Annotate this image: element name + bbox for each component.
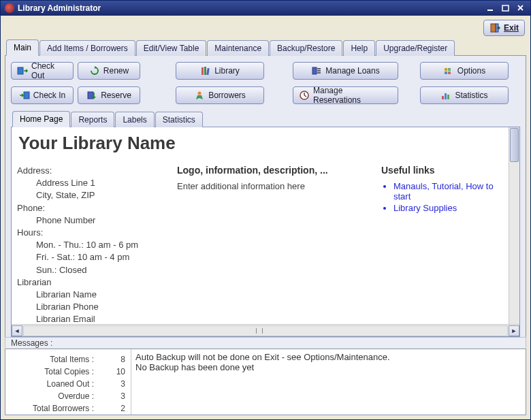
library-button[interactable]: Library xyxy=(176,62,264,80)
renew-label: Renew xyxy=(103,66,129,76)
svg-rect-9 xyxy=(445,68,447,71)
clock-icon xyxy=(299,90,310,101)
svg-rect-17 xyxy=(442,96,444,99)
subtab-reports[interactable]: Reports xyxy=(71,112,114,127)
svg-rect-18 xyxy=(445,93,447,99)
address-line1: Address Line 1 xyxy=(17,177,163,189)
borrowers-label: Borrowers xyxy=(208,91,246,100)
vertical-scrollbar[interactable] xyxy=(509,127,519,324)
loaned-out-value: 3 xyxy=(98,378,125,390)
hours-1: Mon. - Thu.: 10 am - 6 pm xyxy=(17,239,163,251)
address-label: Address: xyxy=(17,165,163,177)
svg-rect-1 xyxy=(502,5,509,11)
exit-label: Exit xyxy=(504,23,519,33)
tab-upgrade-register[interactable]: Upgrade/Register xyxy=(376,40,455,56)
options-button[interactable]: Options xyxy=(420,62,509,80)
library-label: Library xyxy=(214,66,240,76)
subtab-statistics[interactable]: Statistics xyxy=(155,112,203,127)
scroll-right-button[interactable]: ► xyxy=(509,325,519,336)
checkout-button[interactable]: Check Out xyxy=(11,62,74,80)
homepage-content: Your Library Name Address: Address Line … xyxy=(12,127,519,324)
horizontal-scrollbar[interactable]: ◄ ► xyxy=(12,324,519,336)
librarian-email: Librarian Email xyxy=(17,313,163,324)
person-icon xyxy=(194,90,205,101)
svg-rect-5 xyxy=(202,67,204,75)
svg-rect-14 xyxy=(88,92,93,99)
tab-add-items[interactable]: Add Items / Borrowers xyxy=(39,40,135,56)
tab-help[interactable]: Help xyxy=(343,40,375,56)
tab-backup-restore[interactable]: Backup/Restore xyxy=(270,40,342,56)
total-borrowers-value: 2 xyxy=(98,402,125,415)
tab-edit-view[interactable]: Edit/View Table xyxy=(136,40,207,56)
svg-rect-2 xyxy=(491,24,496,32)
checkin-icon xyxy=(19,90,30,101)
svg-rect-19 xyxy=(447,95,449,99)
manage-loans-button[interactable]: Manage Loans xyxy=(293,62,398,80)
reserve-button[interactable]: Reserve xyxy=(78,86,140,104)
statistics-button[interactable]: Statistics xyxy=(420,86,509,104)
tab-maintenance[interactable]: Maintenance xyxy=(207,40,269,56)
phone-label: Phone: xyxy=(17,202,163,214)
close-button[interactable] xyxy=(514,3,528,14)
link-supplies[interactable]: Library Supplies xyxy=(393,203,457,213)
info-column: Address: Address Line 1 City, State, ZIP… xyxy=(17,165,163,324)
sub-tabstrip: Home Page Reports Labels Statistics xyxy=(11,110,520,127)
svg-rect-10 xyxy=(445,71,447,74)
phone-value: Phone Number xyxy=(17,214,163,227)
total-items-value: 8 xyxy=(98,353,125,366)
subtab-labels[interactable]: Labels xyxy=(115,112,154,127)
options-label: Options xyxy=(457,66,485,76)
loaned-out-label: Loaned Out : xyxy=(8,378,94,390)
description-heading: Logo, information, description, ... xyxy=(177,165,368,176)
overdue-value: 3 xyxy=(98,390,125,402)
links-heading: Useful links xyxy=(381,165,507,176)
checkout-icon xyxy=(17,65,28,76)
svg-rect-6 xyxy=(204,67,206,75)
svg-point-15 xyxy=(198,92,202,95)
renew-icon xyxy=(89,65,100,76)
door-icon xyxy=(489,22,500,33)
main-tabstrip: Main Add Items / Borrowers Edit/View Tab… xyxy=(5,39,526,56)
overdue-label: Overdue : xyxy=(8,390,94,402)
total-copies-label: Total Copies : xyxy=(8,366,94,378)
manage-reservations-label: Manage Reservations xyxy=(313,86,392,105)
maximize-button[interactable] xyxy=(499,3,513,14)
total-items-label: Total Items : xyxy=(8,353,94,366)
svg-rect-11 xyxy=(448,68,451,71)
tab-main[interactable]: Main xyxy=(6,39,39,56)
reserve-label: Reserve xyxy=(101,91,131,100)
checkout-label: Check Out xyxy=(31,61,67,80)
loans-icon xyxy=(311,65,322,76)
manage-reservations-button[interactable]: Manage Reservations xyxy=(293,86,398,104)
address-line2: City, State, ZIP xyxy=(17,189,163,201)
subtab-home[interactable]: Home Page xyxy=(12,111,70,127)
librarian-phone: Librarian Phone xyxy=(17,301,163,313)
librarian-label: Librarian xyxy=(17,276,163,289)
svg-rect-7 xyxy=(206,68,209,75)
svg-rect-4 xyxy=(18,67,23,74)
svg-rect-13 xyxy=(24,92,29,99)
minimize-button[interactable] xyxy=(484,3,498,14)
home-panel: Your Library Name Address: Address Line … xyxy=(11,127,520,337)
librarian-name: Librarian Name xyxy=(17,289,163,301)
links-column: Useful links Manauls, Tutorial, How to s… xyxy=(381,165,507,324)
description-text: Enter additional information here xyxy=(177,181,368,191)
scroll-left-button[interactable]: ◄ xyxy=(12,325,22,336)
checkin-button[interactable]: Check In xyxy=(11,86,74,104)
total-copies-value: 10 xyxy=(98,366,125,378)
window-title: Library Administrator xyxy=(18,3,101,13)
link-manuals[interactable]: Manauls, Tutorial, How to start xyxy=(393,181,494,201)
svg-rect-0 xyxy=(487,10,493,11)
checkin-label: Check In xyxy=(33,91,65,100)
titlebar: Library Administrator xyxy=(1,1,530,16)
messages-text: Auto Backup will not be done on Exit - s… xyxy=(131,349,526,415)
messages-label: Messages : xyxy=(5,337,526,348)
app-icon xyxy=(5,3,14,13)
exit-button[interactable]: Exit xyxy=(483,20,525,36)
renew-button[interactable]: Renew xyxy=(78,62,140,80)
books-icon xyxy=(200,65,211,76)
svg-rect-12 xyxy=(448,71,451,74)
total-borrowers-label: Total Borrowers : xyxy=(8,402,94,415)
reserve-icon xyxy=(86,90,97,101)
borrowers-button[interactable]: Borrowers xyxy=(176,86,264,104)
